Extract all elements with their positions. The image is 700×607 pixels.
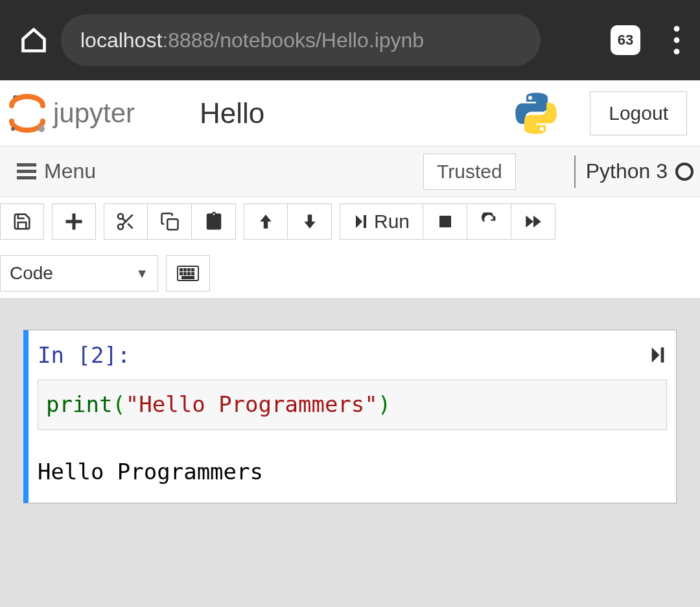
browser-bar: localhost:8888/notebooks/Hello.ipynb 63 [0,0,700,80]
logout-button[interactable]: Logout [590,91,687,135]
svg-point-13 [118,224,123,229]
copy-icon [160,212,180,231]
svg-point-12 [118,214,123,219]
cell-output: Hello Programmers [38,430,667,485]
run-label: Run [374,211,410,233]
svg-point-4 [38,126,45,132]
svg-rect-17 [167,219,178,229]
svg-point-0 [674,26,680,32]
tab-count-badge[interactable]: 63 [611,25,640,55]
kernel-indicator[interactable]: Python 3 [574,155,694,188]
svg-rect-29 [182,277,194,279]
svg-rect-21 [180,269,182,271]
copy-button[interactable] [148,203,192,240]
cell-type-value: Code [10,263,53,284]
paste-button[interactable] [192,203,236,240]
svg-rect-19 [439,216,451,227]
code-input[interactable]: print("Hello Programmers") [38,380,667,430]
paste-icon [204,212,224,231]
cell-prompt: In [2]: [38,342,130,368]
scissors-icon [115,211,136,232]
code-cell[interactable]: In [2]: print("Hello Programmers") Hello… [23,330,677,503]
svg-rect-24 [192,269,194,271]
restart-run-all-button[interactable] [511,203,555,240]
menu-button[interactable]: Menu [6,154,106,189]
svg-rect-22 [184,269,186,271]
home-icon[interactable] [19,26,48,54]
menu-label: Menu [44,159,96,183]
cell-run-button[interactable] [649,345,667,365]
arrow-down-icon [301,213,318,230]
kernel-status-icon [675,163,694,181]
restart-icon [480,212,498,231]
kernel-name: Python 3 [586,159,668,183]
cell-type-select[interactable]: Code ▼ [0,255,158,292]
svg-rect-11 [66,220,82,223]
move-down-button[interactable] [288,203,332,240]
hamburger-icon [17,163,36,180]
python-logo-icon [515,92,557,135]
arrow-up-icon [257,213,274,230]
jupyter-logo[interactable]: jupyter [6,93,174,134]
notebook-area: In [2]: print("Hello Programmers") Hello… [0,299,700,534]
svg-point-1 [674,38,680,43]
svg-point-2 [674,49,680,54]
token-paren-close: ) [378,391,391,417]
interrupt-button[interactable] [423,203,467,240]
keyboard-icon [177,266,199,281]
svg-line-15 [128,223,132,228]
run-cell-icon [649,345,667,365]
plus-icon [64,212,84,231]
svg-rect-30 [661,347,664,362]
svg-rect-23 [188,269,190,271]
svg-rect-27 [188,273,190,275]
save-button[interactable] [0,203,44,240]
svg-rect-28 [192,273,194,275]
url-path: :8888/notebooks/Hello.ipynb [162,29,424,52]
notebook-title[interactable]: Hello [200,97,264,130]
svg-rect-8 [17,170,36,173]
svg-rect-25 [180,273,182,275]
fast-forward-icon [524,212,543,231]
move-up-button[interactable] [244,203,288,240]
restart-button[interactable] [467,203,511,240]
trusted-badge[interactable]: Trusted [423,154,516,190]
svg-rect-18 [364,215,366,228]
token-paren-open: ( [112,391,125,417]
svg-rect-7 [17,163,36,166]
token-string: "Hello Programmers" [126,391,378,417]
url-host: localhost [80,29,162,52]
toolbar: Run Code ▼ [0,197,700,299]
svg-point-5 [11,127,15,131]
insert-cell-button[interactable] [52,203,96,240]
url-bar[interactable]: localhost:8888/notebooks/Hello.ipynb [61,14,541,66]
run-button[interactable]: Run [340,203,423,240]
chevron-down-icon: ▼ [135,266,148,281]
svg-rect-26 [184,273,186,275]
stop-icon [438,214,453,229]
cut-button[interactable] [104,203,148,240]
menu-dots-icon[interactable] [673,26,681,54]
command-palette-button[interactable] [166,255,210,292]
svg-rect-9 [17,176,36,179]
svg-text:jupyter: jupyter [52,98,135,128]
run-icon [353,212,369,231]
svg-line-16 [122,218,126,222]
token-function: print [46,391,112,417]
save-icon [12,212,32,231]
jupyter-header: jupyter Hello Logout [0,80,700,146]
menu-bar: Menu Trusted Python 3 [0,146,700,197]
